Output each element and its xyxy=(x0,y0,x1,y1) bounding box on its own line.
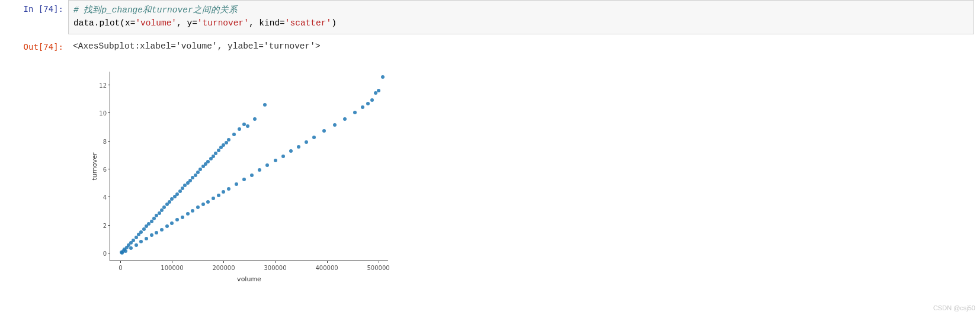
code-input[interactable]: # 找到p_change和turnover之间的关系 data.plot(x='… xyxy=(68,0,974,34)
x-tick: 400000 xyxy=(315,265,338,271)
x-tick: 500000 xyxy=(367,265,389,271)
y-tick: 0 xyxy=(94,250,107,257)
output-text: <AxesSubplot:xlabel='volume', ylabel='tu… xyxy=(68,38,980,57)
plot-axes: turnover volume 010000020000030000040000… xyxy=(110,72,388,261)
data-point xyxy=(381,75,385,79)
data-point xyxy=(232,133,236,136)
data-point xyxy=(297,145,300,149)
data-point xyxy=(281,155,285,158)
data-point xyxy=(206,200,210,204)
input-cell: In [74]: # 找到p_change和turnover之间的关系 data… xyxy=(0,0,980,34)
x-tick: 0 xyxy=(119,265,122,271)
code-line: data.plot(x='volume', y='turnover', kind… xyxy=(73,18,337,28)
y-tick: 12 xyxy=(94,82,107,88)
data-point xyxy=(377,89,380,92)
data-point xyxy=(253,117,257,121)
data-point xyxy=(196,205,200,209)
x-axis-label: volume xyxy=(237,275,261,283)
y-tick: 10 xyxy=(94,110,107,117)
code-comment: # 找到p_change和turnover之间的关系 xyxy=(73,5,238,15)
input-prompt: In [74]: xyxy=(0,0,68,34)
data-point xyxy=(191,209,194,213)
data-point xyxy=(343,117,347,121)
y-tick: 2 xyxy=(94,222,107,229)
y-tick: 8 xyxy=(94,138,107,144)
data-point xyxy=(181,216,184,219)
data-point xyxy=(186,212,190,216)
data-point xyxy=(263,103,267,107)
data-point xyxy=(227,187,230,191)
data-point xyxy=(165,224,169,228)
data-point xyxy=(217,194,220,197)
data-point xyxy=(120,251,124,255)
data-point xyxy=(361,105,364,109)
plot-output: turnover volume 010000020000030000040000… xyxy=(68,61,980,298)
data-point xyxy=(124,249,127,253)
data-point xyxy=(150,233,153,237)
data-point xyxy=(160,228,164,232)
data-point xyxy=(305,140,308,144)
data-point xyxy=(366,102,370,105)
x-tick: 100000 xyxy=(161,265,183,271)
watermark: CSDN @csj50 xyxy=(933,304,975,311)
data-point xyxy=(175,218,179,221)
data-point xyxy=(227,138,230,142)
data-point xyxy=(274,159,277,162)
y-tick: 4 xyxy=(94,194,107,201)
x-tick: 200000 xyxy=(212,265,235,271)
data-point xyxy=(333,123,337,127)
data-point xyxy=(139,240,143,243)
data-point xyxy=(258,168,261,172)
data-point xyxy=(242,178,246,181)
data-point xyxy=(322,129,326,133)
data-point xyxy=(155,231,158,234)
data-point xyxy=(312,136,316,139)
data-point xyxy=(201,202,205,206)
data-point xyxy=(246,124,249,128)
data-point xyxy=(238,127,241,131)
x-tick: 300000 xyxy=(264,265,286,271)
y-tick: 6 xyxy=(94,166,107,173)
data-point xyxy=(129,246,133,250)
data-point xyxy=(170,221,174,225)
data-point xyxy=(265,163,269,167)
data-point xyxy=(222,190,225,194)
data-point xyxy=(145,237,148,240)
data-point xyxy=(235,182,238,186)
data-point xyxy=(370,98,374,102)
data-point xyxy=(212,197,215,200)
output-cell: Out[74]: <AxesSubplot:xlabel='volume', y… xyxy=(0,38,980,57)
data-point xyxy=(242,123,246,126)
data-point xyxy=(134,243,138,247)
data-point xyxy=(250,173,254,177)
scatter-plot: turnover volume 010000020000030000040000… xyxy=(68,61,400,298)
output-prompt: Out[74]: xyxy=(0,38,68,57)
data-point xyxy=(289,149,293,153)
data-point xyxy=(353,111,357,114)
